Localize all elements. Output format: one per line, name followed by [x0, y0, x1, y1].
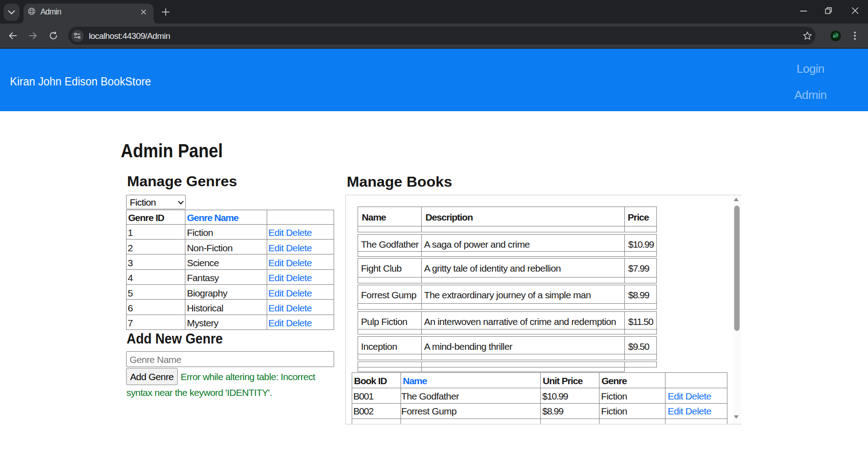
svg-text:c++: c++ [833, 34, 838, 38]
